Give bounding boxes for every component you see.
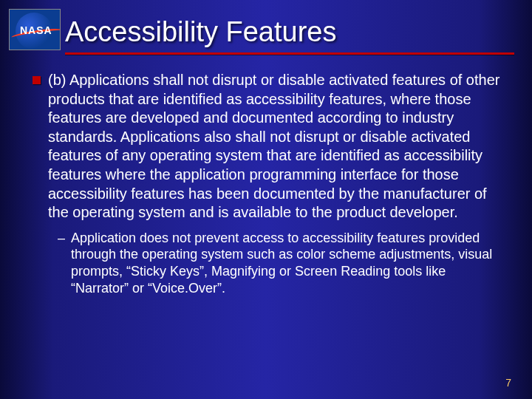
nasa-logo-text: NASA xyxy=(20,24,52,36)
slide-header: NASA Accessibility Features xyxy=(0,0,532,52)
bullet-text: (b) Applications shall not disrupt or di… xyxy=(48,71,502,222)
slide-title: Accessibility Features xyxy=(61,9,532,52)
bullet-item: (b) Applications shall not disrupt or di… xyxy=(33,71,502,222)
sub-bullet-item: – Application does not prevent access to… xyxy=(33,230,502,297)
dash-bullet-icon: – xyxy=(58,230,65,297)
sub-bullet-text: Application does not prevent access to a… xyxy=(71,230,502,297)
slide-body: (b) Applications shall not disrupt or di… xyxy=(0,55,532,296)
nasa-logo: NASA xyxy=(9,9,61,50)
page-number: 7 xyxy=(505,377,511,389)
square-bullet-icon xyxy=(33,76,41,84)
